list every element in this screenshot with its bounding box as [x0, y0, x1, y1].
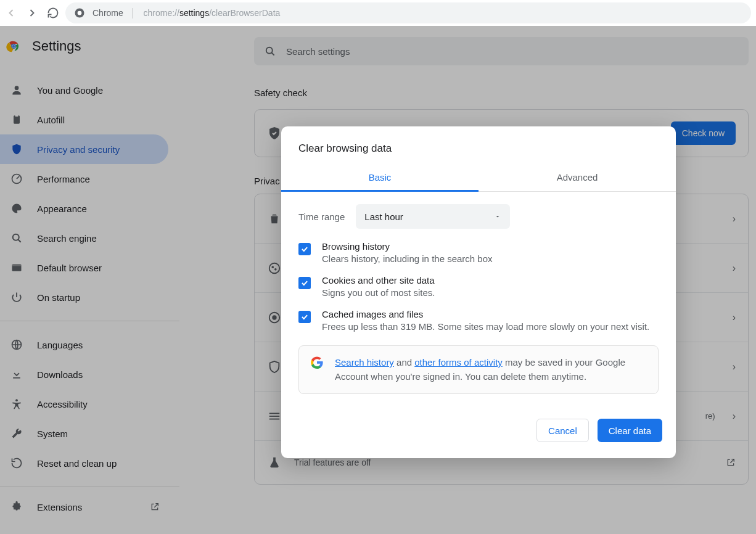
other-activity-link[interactable]: other forms of activity [414, 357, 503, 368]
checkbox-checked-icon[interactable] [298, 277, 311, 289]
address-product: Chrome [92, 8, 123, 18]
checkbox-row-history[interactable]: Browsing history Clears history, includi… [281, 234, 676, 268]
search-history-link[interactable]: Search history [335, 357, 394, 368]
tab-advanced[interactable]: Advanced [479, 165, 676, 191]
browser-toolbar: Chrome │ chrome://settings/clearBrowserD… [0, 0, 756, 26]
checkbox-subtitle: Frees up less than 319 MB. Some sites ma… [322, 321, 649, 332]
back-icon[interactable] [5, 7, 17, 19]
google-account-info: Search history and other forms of activi… [298, 345, 659, 394]
checkbox-title: Cookies and other site data [322, 275, 435, 285]
svg-point-1 [78, 11, 82, 15]
info-text: Search history and other forms of activi… [335, 356, 647, 384]
address-separator: │ [131, 8, 136, 18]
forward-icon[interactable] [26, 7, 38, 19]
checkbox-row-cache[interactable]: Cached images and files Frees up less th… [281, 302, 676, 335]
cancel-button[interactable]: Cancel [536, 419, 589, 442]
reload-icon[interactable] [47, 7, 59, 19]
dialog-tabs: Basic Advanced [281, 165, 676, 192]
chrome-icon [74, 7, 85, 18]
checkbox-checked-icon[interactable] [298, 311, 311, 323]
checkbox-title: Cached images and files [322, 309, 649, 319]
address-bar[interactable]: Chrome │ chrome://settings/clearBrowserD… [65, 2, 751, 23]
nav-icon-group [5, 7, 59, 19]
time-range-select[interactable]: Last hour [356, 204, 510, 229]
checkbox-subtitle: Signs you out of most sites. [322, 287, 435, 298]
clear-browsing-data-dialog: Clear browsing data Basic Advanced Time … [281, 126, 676, 458]
time-range-label: Time range [298, 212, 345, 222]
dialog-actions: Cancel Clear data [281, 399, 676, 453]
checkbox-checked-icon[interactable] [298, 243, 311, 255]
dialog-title: Clear browsing data [281, 126, 676, 165]
clear-data-button[interactable]: Clear data [598, 419, 662, 442]
dropdown-icon [494, 213, 501, 220]
tab-basic[interactable]: Basic [281, 165, 479, 192]
checkbox-title: Browsing history [322, 241, 493, 252]
checkbox-subtitle: Clears history, including in the search … [322, 253, 493, 264]
checkbox-row-cookies[interactable]: Cookies and other site data Signs you ou… [281, 268, 676, 302]
time-range-value: Last hour [364, 212, 403, 222]
google-g-icon [310, 356, 324, 384]
address-url: chrome://settings/clearBrowserData [144, 8, 281, 18]
